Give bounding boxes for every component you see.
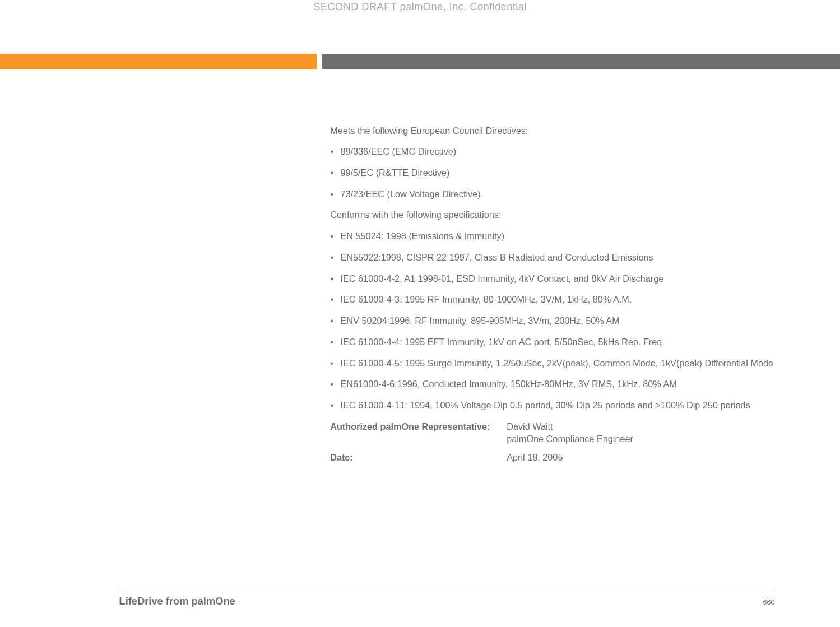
- bullet-item: • ENV 50204:1996, RF Immunity, 895-905MH…: [330, 315, 790, 327]
- bullet-item: • IEC 61000-4-11: 1994, 100% Voltage Dip…: [330, 400, 790, 412]
- bullet-item: • IEC 61000-4-2, A1 1998-01, ESD Immunit…: [330, 273, 790, 285]
- representative-row: Authorized palmOne Representative: David…: [330, 421, 790, 445]
- bullet-icon: •: [330, 146, 340, 158]
- bullet-text: IEC 61000-4-2, A1 1998-01, ESD Immunity,…: [340, 273, 663, 285]
- bullet-text: 89/336/EEC (EMC Directive): [340, 146, 456, 158]
- date-label: Date:: [330, 452, 507, 464]
- intro-specs: Conforms with the following specificatio…: [330, 209, 790, 221]
- bullet-item: • 99/5/EC (R&TTE Directive): [330, 167, 790, 179]
- date-value: April 18, 2005: [507, 452, 563, 464]
- header-bar: [0, 54, 840, 69]
- bullet-icon: •: [330, 400, 340, 412]
- bullet-text: 73/23/EEC (Low Voltage Directive).: [340, 188, 483, 201]
- bullet-item: • 73/23/EEC (Low Voltage Directive).: [330, 188, 790, 201]
- intro-directives: Meets the following European Council Dir…: [330, 125, 790, 137]
- header-bar-orange: [0, 54, 317, 69]
- bullet-item: • EN61000-4-6:1996, Conducted Immunity, …: [330, 378, 790, 391]
- bullet-text: EN55022:1998, CISPR 22 1997, Class B Rad…: [340, 252, 653, 264]
- bullet-item: • IEC 61000-4-5: 1995 Surge Immunity, 1.…: [330, 357, 790, 370]
- bullet-item: • EN 55024: 1998 (Emissions & Immunity): [330, 230, 790, 243]
- bullet-text: EN61000-4-6:1996, Conducted Immunity, 15…: [340, 378, 676, 391]
- date-row: Date: April 18, 2005: [330, 452, 790, 464]
- header-bar-gray: [322, 54, 840, 69]
- bullet-icon: •: [330, 230, 340, 243]
- page-footer: LifeDrive from palmOne 660: [119, 591, 775, 607]
- bullet-text: IEC 61000-4-5: 1995 Surge Immunity, 1.2/…: [340, 357, 773, 370]
- footer-title: LifeDrive from palmOne: [119, 595, 235, 607]
- bullet-item: • EN55022:1998, CISPR 22 1997, Class B R…: [330, 252, 790, 264]
- representative-title: palmOne Compliance Engineer: [507, 434, 633, 444]
- bullet-text: 99/5/EC (R&TTE Directive): [340, 167, 449, 179]
- bullet-text: ENV 50204:1996, RF Immunity, 895-905MHz,…: [340, 315, 619, 327]
- bullet-icon: •: [330, 357, 340, 370]
- bullet-item: • IEC 61000-4-4: 1995 EFT Immunity, 1kV …: [330, 336, 790, 349]
- bullet-icon: •: [330, 378, 340, 391]
- header-bar-gap: [317, 54, 322, 69]
- bullet-text: IEC 61000-4-4: 1995 EFT Immunity, 1kV on…: [340, 336, 664, 349]
- representative-value: David Waitt palmOne Compliance Engineer: [507, 421, 633, 445]
- bullet-icon: •: [330, 252, 340, 264]
- bullet-icon: •: [330, 294, 340, 306]
- bullet-icon: •: [330, 167, 340, 179]
- bullet-item: • 89/336/EEC (EMC Directive): [330, 146, 790, 158]
- representative-label: Authorized palmOne Representative:: [330, 421, 507, 445]
- bullet-text: IEC 61000-4-3: 1995 RF Immunity, 80-1000…: [340, 294, 632, 306]
- bullet-item: • IEC 61000-4-3: 1995 RF Immunity, 80-10…: [330, 294, 790, 306]
- bullet-text: IEC 61000-4-11: 1994, 100% Voltage Dip 0…: [340, 400, 750, 412]
- representative-name: David Waitt: [507, 421, 553, 431]
- bullet-icon: •: [330, 315, 340, 327]
- header-watermark: SECOND DRAFT palmOne, Inc. Confidential: [0, 1, 840, 13]
- content-body: Meets the following European Council Dir…: [330, 125, 790, 471]
- bullet-icon: •: [330, 273, 340, 285]
- footer-page-number: 660: [763, 598, 774, 606]
- bullet-text: EN 55024: 1998 (Emissions & Immunity): [340, 230, 504, 243]
- bullet-icon: •: [330, 188, 340, 201]
- bullet-icon: •: [330, 336, 340, 349]
